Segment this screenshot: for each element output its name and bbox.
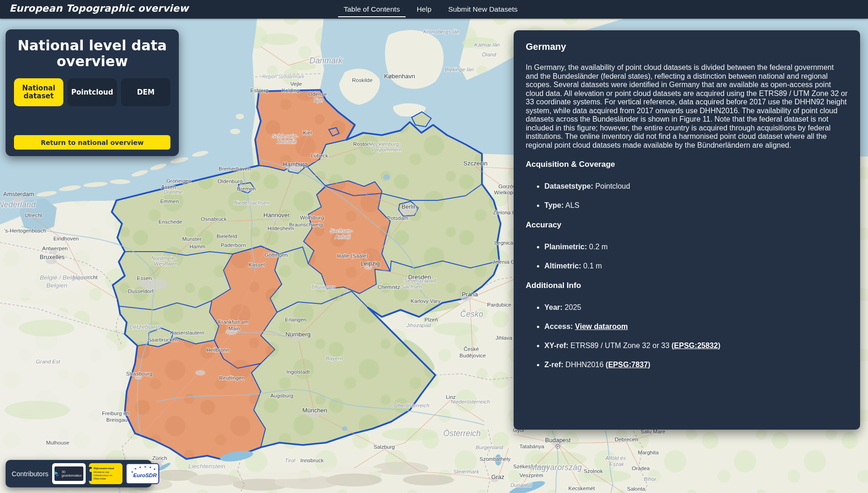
map-label-holstein: Holstein: [277, 139, 297, 144]
map-label-d-sseldorf: Düsseldorf: [128, 288, 154, 294]
map-label-kaiserslautern: Kaiserslautern: [170, 330, 204, 336]
nav-item-submit-new-datasets[interactable]: Submit New Datasets: [448, 5, 518, 14]
info-item-access: Access: View dataroom: [544, 322, 848, 331]
map-label-nordrhein: Nordrhein-: [151, 255, 176, 261]
map-label-karlovy-vary: Karlovy Vary: [411, 298, 441, 304]
map-label-szczecin: Szczecin: [463, 160, 488, 167]
map-label-ingolstadt: Ingolstadt: [286, 369, 310, 375]
map-label-kecskem-t: Kecskemét: [569, 486, 596, 491]
map-label-blekinge-l-n: Blekinge län: [445, 67, 474, 72]
map-label-ober-sterreich: Oberösterreich: [394, 403, 429, 408]
map-label-augsburg: Augsburg: [270, 393, 293, 398]
contributors-bar: Contributors 3D geoinformation Rijkswate…: [6, 460, 152, 487]
info-item-label: XY-ref:: [544, 342, 569, 349]
star-icon: ★: [144, 466, 147, 469]
info-item-label: Z-ref:: [544, 361, 563, 369]
map-label-marghita: Marghita: [638, 450, 659, 455]
epsg-ref: (EPSG:7837): [606, 361, 651, 369]
info-item-year: Year: 2025: [544, 303, 848, 312]
map-label-chemnitz: Chemnitz: [378, 284, 400, 290]
nav-item-table-of-contents[interactable]: Table of Contents: [344, 5, 400, 14]
star-icon: ★: [134, 467, 137, 471]
info-item-type: Type: ALS: [544, 201, 848, 210]
section-list: Datasetstype: PointcloudType: ALS: [526, 182, 848, 210]
map-label-mecklenburg: Mecklenburg-: [368, 141, 401, 147]
map-label-hannover: Hannover: [264, 212, 290, 219]
app-title: European Topographic overview: [9, 3, 189, 14]
section-heading-acquisition-coverage: Acquisition & Coverage: [526, 160, 848, 169]
overview-title: National level data overview: [15, 38, 170, 69]
map-label-strasbourg: Strasbourg: [126, 371, 152, 377]
map-label-kolding: Kolding: [282, 88, 299, 93]
section-list: Planimetric: 0.2 mAltimetric: 0.1 m: [526, 243, 848, 270]
map-label-g-ttingen: Göttingen: [264, 252, 288, 258]
map-label-erlangen: Erlangen: [285, 317, 306, 322]
logo-rijkswaterstaat[interactable]: Rijkswaterstaat Ministerie van Infrastru…: [89, 463, 122, 484]
info-item-label: Planimetric:: [544, 243, 587, 251]
map-label-dun-nt-l: Dunántúl: [510, 482, 532, 488]
return-to-national-overview-button[interactable]: Return to national overview: [14, 135, 170, 150]
map-label-m-nster: Münster: [182, 236, 202, 242]
section-list: Year: 2025Access: View dataroomXY-ref: E…: [526, 303, 848, 369]
map-label-oradea: Oradea: [632, 466, 650, 471]
map-label-hamm: Hamm: [190, 244, 205, 249]
contributor-logos: 3D geoinformation Rijkswaterstaat Minist…: [52, 463, 159, 484]
map-label-schleswig: Schleswig-: [272, 133, 298, 139]
info-item-label: Altimetric:: [544, 262, 581, 270]
contributors-label: Contributors: [12, 470, 48, 478]
map-label-belgien: Belgien: [46, 282, 67, 289]
map-label-main: Main: [229, 326, 240, 331]
map-label-paderborn: Paderborn: [221, 242, 246, 248]
nav-menu: Table of ContentsHelpSubmit New Datasets: [344, 0, 518, 19]
map-label-drenthe: Drenthe: [164, 189, 183, 195]
map-label-hildesheim: Hildesheim: [268, 226, 294, 231]
3d-geoinformation-icon: [54, 470, 60, 478]
map-label-oldenburg: Oldenburg: [217, 178, 243, 184]
rijkswaterstaat-text: Rijkswaterstaat: [94, 467, 122, 471]
view-dataroom-link[interactable]: View dataroom: [575, 322, 628, 330]
map-label-veszpr-m: Veszprém: [519, 472, 543, 478]
map-label-essen: Essen: [137, 275, 152, 281]
map-label-enschede: Enschede: [158, 219, 182, 225]
info-item-label: Access:: [544, 322, 573, 330]
map-label-bruxelles: Bruxelles: [40, 253, 65, 260]
star-icon: ★: [149, 466, 152, 469]
map-label-leipzig: Leipzig: [360, 260, 380, 267]
nav-item-help[interactable]: Help: [417, 5, 432, 14]
logo-3d-geoinformation[interactable]: 3D geoinformation: [52, 463, 86, 484]
map-label-sachsen: Sachsen-: [330, 228, 353, 233]
epsg-7837-link[interactable]: EPSG:7837: [608, 361, 648, 369]
map-label-danmark: Danmark: [310, 56, 343, 65]
app: DanmarkEsbjergKoldingVejleRegion Syddanm…: [0, 0, 868, 493]
epsg-25832-link[interactable]: EPSG:25832: [674, 342, 718, 349]
map-label-grand-est: Grand Est: [36, 359, 61, 364]
info-item-altimetric: Altimetric: 0.1 m: [544, 262, 848, 270]
map-label-freiburg-im: Freiburg im: [102, 411, 129, 416]
map-label-vorpommern: Vorpommern: [371, 147, 402, 152]
map-label-esk: České: [464, 346, 479, 352]
info-item-label: Year:: [544, 303, 563, 311]
map-label-wolfsburg: Wolfsburg: [300, 215, 324, 220]
pointcloud-button[interactable]: Pointcloud: [68, 78, 117, 106]
map-label-odense: Odense: [308, 91, 327, 97]
map-label-graz: Graz: [491, 473, 504, 480]
map-label-steiermark: Steiermark: [453, 469, 480, 474]
map-label-kronobergs-l-n: Kronobergs län: [423, 29, 460, 34]
map-label-utrecht: Utrecht: [25, 212, 42, 218]
map-label-berlin: Berlin: [401, 203, 417, 210]
dem-button[interactable]: DEM: [121, 78, 170, 106]
map-label-westfalen: Westfalen: [154, 261, 178, 267]
rijkswaterstaat-subtext: Ministerie van Infrastructuur en Waterst…: [94, 471, 122, 480]
map-label-s-hertogenbosch: 's-Hertogenbosch: [4, 228, 46, 233]
national-dataset-button[interactable]: National dataset: [14, 78, 63, 106]
logo-eurosdr[interactable]: ★ ★ ★ ★ ★ ★ EuroSDR: [126, 463, 159, 484]
info-item-planimetric: Planimetric: 0.2 m: [544, 243, 848, 251]
map-label-halle-saale: Halle (Saale): [337, 253, 368, 259]
map-label-l-beck: Lübeck: [311, 153, 328, 158]
map-label-innsbruck: Innsbruck: [300, 458, 324, 463]
map-label-legnica: Legnica: [495, 240, 514, 246]
map-label-bayern: Bayern: [326, 356, 343, 361]
3d-geoinformation-text: 3D geoinformation: [61, 470, 83, 477]
map-label-groningen: Groningen: [166, 178, 191, 184]
map-label-l-tzebuerg: Lëtzebuerg: [129, 323, 161, 330]
